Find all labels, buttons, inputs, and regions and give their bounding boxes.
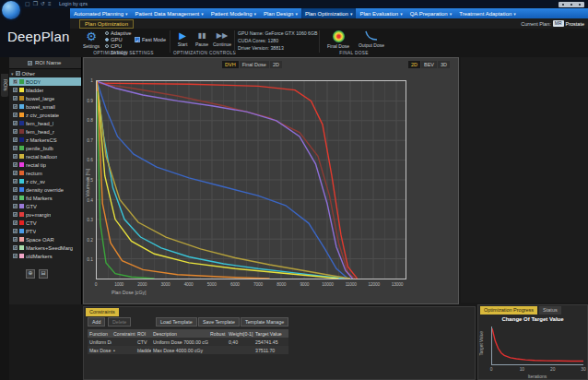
roi-item-fid-markers[interactable]: ✓fid Markers xyxy=(9,194,81,202)
roi-checkbox[interactable]: ✓ xyxy=(13,154,18,159)
roi-item-ptv[interactable]: ✓PTV xyxy=(9,227,81,235)
roi-item-markers-seedmarg[interactable]: ✓Markers+SeedMarg xyxy=(9,243,81,252)
chart-tab-dvh[interactable]: DVH xyxy=(222,61,239,68)
roi-checkbox[interactable]: ✓ xyxy=(13,162,18,167)
menu-plan-optimization[interactable]: Plan Optimization▾ xyxy=(301,8,357,18)
roi-item-fem-head-r[interactable]: ✓fem_head_r xyxy=(9,127,81,136)
tab-optimization-progress[interactable]: Optimization Progress xyxy=(480,306,537,315)
roi-item-fem-head-l[interactable]: ✓fem_head_l xyxy=(9,119,81,127)
roi-item-penile-bulb[interactable]: ✓penile_bulb xyxy=(9,144,81,152)
continue-button[interactable]: ▶▶ Continue xyxy=(212,30,232,47)
menu-patient-data-management[interactable]: Patient Data Management▾ xyxy=(132,8,207,18)
constraint-row[interactable]: Max Dose•bladderMax Dose 4000.00 cGy3751… xyxy=(88,346,288,354)
constraint-row[interactable]: Uniform DoseCTVUniform Dose 7000.00 cGy0… xyxy=(88,338,288,346)
roi-checkbox[interactable]: ✓ xyxy=(13,254,18,258)
roi-checkbox[interactable]: ✓ xyxy=(13,88,18,92)
window-controls[interactable] xyxy=(559,2,584,7)
select-all-checkbox[interactable]: ✓ xyxy=(28,61,32,65)
template-manage-button[interactable]: Template Manage xyxy=(241,317,288,327)
roi-checkbox[interactable]: ✓ xyxy=(13,137,18,142)
menu-treatment-adaptation[interactable]: Treatment Adaptation▾ xyxy=(455,8,520,18)
empty-panel xyxy=(461,57,588,303)
undo-icon[interactable]: ↺ xyxy=(41,0,45,8)
roi-checkbox[interactable]: ✓ xyxy=(13,220,18,225)
view-tab-2d[interactable]: 2D xyxy=(408,61,420,68)
cell-roi: bladder xyxy=(135,348,151,353)
roi-checkbox[interactable]: ✓ xyxy=(13,171,18,175)
roi-checkbox[interactable]: ✓ xyxy=(13,179,18,184)
strategy-radio-cpu[interactable]: CPU xyxy=(105,42,132,49)
chart-tab-final-dose[interactable]: Final Dose xyxy=(240,61,269,68)
strategy-radio-gpu[interactable]: GPU xyxy=(105,36,132,42)
tab-rois-vertical[interactable]: ROIs xyxy=(1,74,8,97)
roi-checkbox[interactable]: ✓ xyxy=(13,196,18,200)
menu-plan-evaluation[interactable]: Plan Evaluation▾ xyxy=(356,8,406,18)
roi-item-body[interactable]: ✓BODY xyxy=(9,77,81,86)
roi-label: pv+margin xyxy=(26,212,51,218)
roi-item-bowel-large[interactable]: ✓bowel_large xyxy=(9,94,81,102)
load-template-button[interactable]: Load Template xyxy=(156,317,197,327)
zoom-in-icon[interactable]: ⊕ xyxy=(26,269,35,279)
roi-checkbox[interactable]: ✓ xyxy=(13,113,18,117)
save-template-button[interactable]: Save Template xyxy=(198,317,240,327)
fast-mode-checkbox[interactable]: ✓ Fast Mode xyxy=(135,37,166,42)
roi-checkbox[interactable]: ✓ xyxy=(13,96,18,101)
tab-status[interactable]: Status xyxy=(539,306,561,315)
roi-item-ctv[interactable]: ✓CTV xyxy=(9,219,81,227)
roi-item-pv-margin[interactable]: ✓pv+margin xyxy=(9,210,81,219)
roi-item-rectum[interactable]: ✓rectum xyxy=(9,169,81,177)
tab-plan-optimization[interactable]: Plan Optimization xyxy=(79,19,134,29)
start-button[interactable]: ▶ Start xyxy=(174,30,191,47)
menu-qa-preparation[interactable]: QA Preparation▾ xyxy=(406,8,456,18)
view-tab-bev[interactable]: BEV xyxy=(421,61,437,68)
roi-item-rectal-tip[interactable]: ✓rectal tip xyxy=(9,160,81,169)
menu-plan-design[interactable]: Plan Design▾ xyxy=(260,8,301,18)
roi-checkbox[interactable]: ✓ xyxy=(13,204,18,208)
view-tab-3d[interactable]: 3D xyxy=(438,61,450,68)
final-dose-button[interactable]: Final Dose xyxy=(324,30,352,49)
add-constraint-button[interactable]: Add xyxy=(88,317,105,327)
roi-group-other[interactable]: ▾ ✓ Other xyxy=(9,69,81,77)
roi-checkbox[interactable]: ✓ xyxy=(13,237,18,242)
zoom-out-icon[interactable]: ⊟ xyxy=(39,269,48,279)
roi-checkbox[interactable]: ✓ xyxy=(13,245,18,250)
pause-button[interactable]: ▮▮ Pause xyxy=(194,30,210,47)
menu-patient-modeling[interactable]: Patient Modeling▾ xyxy=(207,8,260,18)
roi-item-density-override[interactable]: ✓density override xyxy=(9,185,81,194)
roi-item-bladder[interactable]: ✓bladder xyxy=(9,86,81,94)
roi-checkbox[interactable]: ✓ xyxy=(13,146,18,150)
strategy-radio-adaptive[interactable]: Adaptive xyxy=(105,30,132,36)
roi-item-z-ctv-prostate[interactable]: ✓z ctv_prostate xyxy=(9,111,81,119)
group-checkbox[interactable]: ✓ xyxy=(16,71,20,76)
menu-label: Patient Modeling xyxy=(211,11,253,17)
roi-item-gtv[interactable]: ✓GTV xyxy=(9,202,81,210)
menu-label: Plan Evaluation xyxy=(359,11,398,17)
roi-item-oldmarkers[interactable]: ✓oldMarkers xyxy=(9,252,81,260)
output-dose-button[interactable]: Output Dose xyxy=(356,30,387,48)
menu-label: Plan Optimization xyxy=(305,11,348,17)
tab-constraints[interactable]: Constraints xyxy=(86,308,119,316)
roi-checkbox[interactable]: ✓ xyxy=(13,129,18,134)
roi-item-space-oar[interactable]: ✓Space OAR xyxy=(9,235,81,243)
roi-checkbox[interactable]: ✓ xyxy=(13,212,18,217)
copy-icon[interactable]: ❒ xyxy=(33,0,38,8)
roi-item-z-markerscs[interactable]: ✓z MarkersCS xyxy=(9,136,81,144)
dvh-plot-area[interactable] xyxy=(96,80,406,279)
roi-item-bowel-small[interactable]: ✓bowel_small xyxy=(9,102,81,111)
roi-checkbox[interactable]: ✓ xyxy=(13,104,18,109)
roi-item-rectal-balloon[interactable]: ✓rectal balloon xyxy=(9,152,81,160)
window-restore-icon[interactable]: ▢ xyxy=(25,0,30,8)
roi-checkbox[interactable]: ✓ xyxy=(13,187,18,192)
roi-checkbox[interactable]: ✓ xyxy=(13,229,18,233)
roi-item-z-ctv-sv[interactable]: ✓z ctv_sv xyxy=(9,177,81,185)
chart-tab-2d[interactable]: 2D xyxy=(270,61,282,68)
y-axis-tick-label: 0.9 xyxy=(87,98,93,102)
tree-expand-icon[interactable]: ▾ xyxy=(11,71,14,77)
delete-constraint-button[interactable]: Delete xyxy=(108,317,131,327)
roi-color-swatch xyxy=(19,229,24,233)
settings-button[interactable]: ⚙ Settings xyxy=(77,30,105,49)
roi-checkbox[interactable]: ✓ xyxy=(13,121,18,125)
menu-icon[interactable]: ≡ xyxy=(48,0,52,8)
menu-automated-planning[interactable]: Automated Planning▾ xyxy=(70,8,132,18)
roi-checkbox[interactable]: ✓ xyxy=(13,79,18,84)
